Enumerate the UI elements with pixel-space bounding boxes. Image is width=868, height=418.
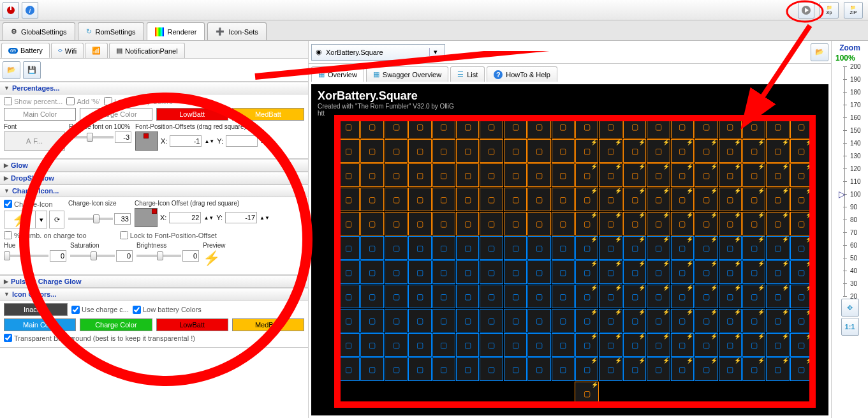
rtab-list[interactable]: ☰List xyxy=(450,66,485,82)
rtab-howto[interactable]: ?HowTo & Help xyxy=(487,66,557,82)
icon-cell[interactable]: ▢⚡ xyxy=(623,285,646,308)
bri-slider[interactable] xyxy=(136,255,181,257)
icon-cell[interactable]: ▢⚡ xyxy=(742,212,765,235)
icon-cell[interactable]: ▢ xyxy=(337,357,360,381)
icon-cell[interactable]: ▢⚡ xyxy=(719,236,742,260)
icon-cell[interactable]: ▢⚡ xyxy=(719,260,742,284)
icon-cell[interactable]: ▢ xyxy=(432,333,455,357)
icon-cell[interactable]: ▢ xyxy=(527,260,550,284)
icon-cell[interactable]: ▢ xyxy=(480,357,503,381)
icon-cell[interactable]: ▢⚡ xyxy=(599,357,622,381)
icon-cell[interactable]: ▢ xyxy=(337,333,360,357)
icon-cell[interactable]: ▢⚡ xyxy=(647,285,670,308)
icon-cell[interactable]: ▢ xyxy=(408,260,431,284)
icon-cell[interactable]: ▢ xyxy=(337,188,360,211)
chk-use-charge[interactable]: Use charge c... xyxy=(71,306,129,314)
icon-cell[interactable]: ▢⚡ xyxy=(790,333,813,357)
icon-cell[interactable]: ▢⚡ xyxy=(647,309,670,332)
icon-cell[interactable]: ▢ xyxy=(480,333,503,357)
icon-cell[interactable]: ▢⚡ xyxy=(647,115,670,138)
icon-cell[interactable]: ▢ xyxy=(360,188,383,211)
icon-cell[interactable]: ▢ xyxy=(360,285,383,308)
icon-cell[interactable]: ▢⚡ xyxy=(695,212,717,235)
icon-cell[interactable]: ▢⚡ xyxy=(575,260,598,284)
icon-cell[interactable]: ▢ xyxy=(456,357,479,381)
icon-cell[interactable]: ▢ xyxy=(480,188,503,211)
icon-cell[interactable]: ▢⚡ xyxy=(623,357,646,381)
icon-cell[interactable]: ▢⚡ xyxy=(599,163,622,187)
icon-cell[interactable]: ▢ xyxy=(504,236,527,260)
icon-cell[interactable]: ▢⚡ xyxy=(742,115,765,138)
icon-cell[interactable]: ▢⚡ xyxy=(719,139,742,163)
icon-cell[interactable]: ▢ xyxy=(408,236,431,260)
icon-cell[interactable]: ▢⚡ xyxy=(742,357,765,381)
icon-cell[interactable]: ▢ xyxy=(337,260,360,284)
icon-cell[interactable]: ▢⚡ xyxy=(790,139,813,163)
icon-cell[interactable]: ▢ xyxy=(432,139,455,163)
chk-low-batt-colors[interactable]: Low battery Colors xyxy=(104,97,173,105)
icon-cell[interactable]: ▢ xyxy=(552,333,575,357)
icon-cell[interactable]: ▢ xyxy=(480,212,503,235)
icon-cell[interactable]: ▢ xyxy=(360,139,383,163)
icon-cell[interactable]: ▢⚡ xyxy=(599,285,622,308)
icon-cell[interactable]: ▢⚡ xyxy=(766,115,789,138)
icon-cell[interactable]: ▢ xyxy=(385,163,408,187)
icon-cell[interactable]: ▢ xyxy=(527,139,550,163)
icon-cell[interactable]: ▢⚡ xyxy=(575,236,598,260)
zoom-slider[interactable]: 200190180170160150140130120110100▷908070… xyxy=(844,66,867,296)
section-pulsing[interactable]: ▶Pulsing Charge Glow xyxy=(0,275,308,288)
icon-cell[interactable]: ▢ xyxy=(504,357,527,381)
icon-cell[interactable]: ▢ xyxy=(527,212,550,235)
font-y-input[interactable] xyxy=(226,135,258,147)
icon-cell[interactable]: ▢ xyxy=(552,236,575,260)
icon-cell[interactable]: ▢ xyxy=(360,309,383,332)
icon-cell[interactable]: ▢⚡ xyxy=(742,309,765,332)
icon-cell[interactable]: ▢⚡ xyxy=(647,236,670,260)
charge-y-input[interactable] xyxy=(225,212,257,223)
charge-icon-refresh[interactable]: ⟳ xyxy=(49,211,64,228)
icon-cell[interactable]: ▢⚡ xyxy=(742,139,765,163)
icon-cell[interactable]: ▢⚡ xyxy=(742,236,765,260)
icon-cell[interactable]: ▢ xyxy=(552,163,575,187)
icon-cell[interactable]: ▢ xyxy=(480,236,503,260)
icon-cell[interactable]: ▢ xyxy=(408,285,431,308)
icon-cell[interactable]: ▢⚡ xyxy=(623,260,646,284)
icon-cell[interactable]: ▢ xyxy=(360,260,383,284)
power-button[interactable] xyxy=(3,2,19,19)
icon-cell[interactable]: ▢ xyxy=(504,309,527,332)
icon-cell[interactable]: ▢⚡ xyxy=(742,188,765,211)
subtab-notificationpanel[interactable]: ▤NotificationPanel xyxy=(109,43,185,58)
icon-cell[interactable]: ▢⚡ xyxy=(766,188,789,211)
icon-cell[interactable]: ▢ xyxy=(456,309,479,332)
icon-cell[interactable]: ▢⚡ xyxy=(671,333,694,357)
section-glow[interactable]: ▶Glow xyxy=(0,159,308,172)
icon-cell[interactable]: ▢ xyxy=(527,309,550,332)
icon-cell[interactable]: ▢ xyxy=(337,236,360,260)
icon-cell[interactable]: ▢ xyxy=(432,115,455,138)
icon-cell[interactable]: ▢⚡ xyxy=(575,309,598,332)
icon-cell[interactable]: ▢ xyxy=(456,188,479,211)
icon-cell[interactable]: ▢ xyxy=(432,285,455,308)
btn-lowbatt[interactable]: LowBatt xyxy=(156,108,228,121)
icon-cell[interactable]: ▢⚡ xyxy=(719,212,742,235)
font-picker[interactable]: AF... xyxy=(4,131,65,151)
icon-cell[interactable]: ▢⚡ xyxy=(719,115,742,138)
chk-transparent-bg[interactable]: Transparent Background (best is to keep … xyxy=(4,334,304,342)
chk-add-pct[interactable]: Add '%' xyxy=(66,97,100,105)
icon-cell[interactable]: ▢⚡ xyxy=(719,163,742,187)
icon-cell[interactable]: ▢ xyxy=(360,163,383,187)
icon-cell[interactable]: ▢ xyxy=(504,260,527,284)
chk-charge-icon[interactable]: Charge-Icon xyxy=(4,200,64,208)
icon-cell[interactable]: ▢⚡ xyxy=(695,139,717,163)
charge-offset-drag[interactable] xyxy=(135,208,158,227)
icon-cell[interactable]: ▢⚡ xyxy=(719,333,742,357)
icon-cell[interactable]: ▢ xyxy=(504,115,527,138)
icon-cell[interactable]: ▢⚡ xyxy=(575,163,598,187)
icon-cell[interactable]: ▢⚡ xyxy=(766,212,789,235)
info-button[interactable]: i xyxy=(22,2,38,19)
icon-cell[interactable]: ▢ xyxy=(408,333,431,357)
icon-cell[interactable]: ▢⚡ xyxy=(671,188,694,211)
icon-cell[interactable]: ▢⚡ xyxy=(671,115,694,138)
icon-cell[interactable]: ▢⚡ xyxy=(599,188,622,211)
section-dropshadow[interactable]: ▶DropShadow xyxy=(0,172,308,184)
